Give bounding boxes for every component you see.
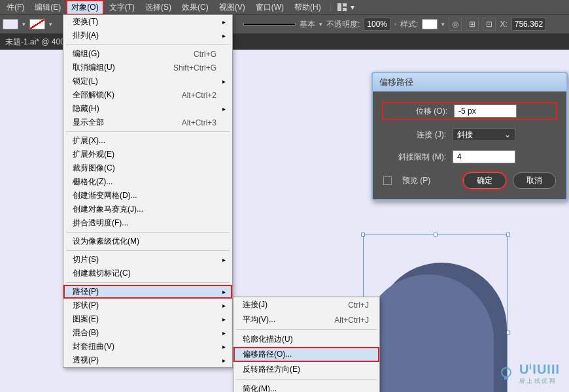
handle[interactable] [361, 233, 365, 237]
menu-crop-image[interactable]: 裁剪图像(C) [63, 161, 232, 175]
join-field-group: 连接 (J): 斜接⌄ [383, 128, 556, 141]
menu-show-all[interactable]: 显示全部Alt+Ctrl+3 [63, 116, 232, 129]
style-label: 样式: [400, 19, 418, 30]
menu-mosaic[interactable]: 创建对象马赛克(J)... [63, 203, 232, 216]
menu-shape[interactable]: 形状(P)▸ [63, 299, 232, 312]
separator [66, 232, 230, 233]
dialog-buttons: 预览 (P) 确定 取消 [383, 172, 556, 189]
menu-crop-marks[interactable]: 创建裁切标记(C) [63, 267, 232, 280]
menu-transform[interactable]: 变换(T)▸ [63, 15, 232, 29]
join-select[interactable]: 斜接⌄ [453, 128, 515, 141]
preview-checkbox[interactable] [383, 176, 392, 185]
menu-blend[interactable]: 混合(B)▸ [63, 326, 232, 340]
menu-group[interactable]: 编组(G)Ctrl+G [63, 47, 232, 61]
menu-expand[interactable]: 扩展(X)... [63, 134, 232, 148]
menu-perspective[interactable]: 透视(P)▸ [63, 353, 232, 367]
menu-type[interactable]: 文字(T) [104, 0, 140, 15]
menu-window[interactable]: 窗口(W) [250, 0, 289, 15]
x-value[interactable]: 756.362 [511, 18, 546, 31]
tab-title: 未题-1.ai* @ 400 [5, 37, 65, 48]
style-swatch[interactable] [422, 19, 438, 29]
menu-file[interactable]: 件(F) [1, 0, 29, 15]
dialog-title[interactable]: 偏移路径 [373, 73, 566, 91]
menu-object[interactable]: 对象(O) [66, 0, 103, 15]
menu-help[interactable]: 帮助(H) [289, 0, 326, 15]
submenu-average[interactable]: 平均(V)...Alt+Ctrl+J [233, 312, 379, 327]
globe-icon[interactable]: ◎ [449, 18, 462, 31]
svg-rect-0 [337, 3, 341, 11]
ok-button[interactable]: 确定 [463, 172, 506, 189]
menu-expand-appearance[interactable]: 扩展外观(E) [63, 148, 232, 161]
stroke-swatch[interactable] [29, 19, 45, 29]
submenu-join[interactable]: 连接(J)Ctrl+J [233, 297, 379, 312]
chevron-down-icon[interactable]: ▾ [22, 21, 26, 27]
chevron-right-icon: ▸ [222, 343, 226, 350]
opacity-label: 不透明度: [326, 19, 360, 30]
chevron-right-icon: ▸ [222, 18, 226, 25]
chevron-down-icon[interactable]: ▾ [319, 21, 322, 27]
handle[interactable] [434, 233, 438, 237]
separator [330, 3, 331, 12]
menu-arrange[interactable]: 排列(A)▸ [63, 29, 232, 42]
transform-icon[interactable]: ⊡ [483, 18, 496, 31]
offset-input[interactable]: -5 px [454, 105, 517, 118]
svg-rect-2 [343, 8, 347, 11]
chevron-down-icon[interactable]: ▾ [49, 21, 52, 27]
svg-rect-4 [504, 377, 508, 380]
menu-hide[interactable]: 隐藏(H)▸ [63, 102, 232, 116]
watermark: UⁱIUIII 桥 上 线 优 网 [498, 361, 560, 385]
menu-pattern[interactable]: 图案(E)▸ [63, 312, 232, 326]
menu-envelope[interactable]: 封套扭曲(V)▸ [63, 340, 232, 353]
menu-pixel-optimize[interactable]: 设为像素级优化(M) [63, 235, 232, 248]
limit-field-group: 斜接限制 (M): 4 [383, 150, 556, 163]
separator [66, 131, 230, 132]
menubar: 件(F) 编辑(E) 对象(O) 文字(T) 选择(S) 效果(C) 视图(V)… [0, 0, 569, 14]
menu-effect[interactable]: 效果(C) [177, 0, 214, 15]
submenu-offset-path[interactable]: 偏移路径(O)... [233, 347, 379, 362]
offset-label: 位移 (O): [385, 106, 447, 117]
chevron-right-icon: ▸ [222, 357, 226, 364]
chevron-right-icon: ▸ [222, 105, 226, 112]
offset-field-group: 位移 (O): -5 px [383, 103, 556, 119]
submenu-outline-stroke[interactable]: 轮廓化描边(U) [233, 332, 379, 347]
menu-gradient-mesh[interactable]: 创建渐变网格(D)... [63, 189, 232, 203]
offset-path-dialog: 偏移路径 位移 (O): -5 px 连接 (J): 斜接⌄ 斜接限制 (M):… [371, 72, 568, 201]
menu-rasterize[interactable]: 栅格化(Z)... [63, 175, 232, 189]
chevron-right-icon: ▸ [222, 32, 226, 39]
menu-lock[interactable]: 锁定(L)▸ [63, 74, 232, 88]
stroke-preview[interactable] [243, 23, 296, 25]
watermark-sub: 桥 上 线 优 网 [519, 377, 560, 385]
chevron-down-icon[interactable]: ▾ [441, 21, 445, 27]
menu-path[interactable]: 路径(P)▸ [63, 285, 232, 299]
separator [236, 329, 377, 330]
chevron-right-icon: ▸ [222, 329, 226, 336]
menu-ungroup[interactable]: 取消编组(U)Shift+Ctrl+G [63, 61, 232, 74]
separator [66, 44, 230, 45]
chevron-right-icon: ▸ [222, 256, 226, 263]
opacity-input[interactable]: 100% [364, 18, 390, 31]
chevron-right-icon: ▸ [222, 288, 226, 295]
submenu-simplify[interactable]: 简化(M)... [233, 382, 379, 392]
chevron-right-icon: ▸ [222, 316, 226, 323]
menu-slice[interactable]: 切片(S)▸ [63, 253, 232, 267]
chevron-down-icon[interactable]: ▾ [351, 3, 354, 12]
chevron-down-icon: ⌄ [504, 130, 511, 139]
chevron-right-icon: ▸ [222, 302, 226, 309]
fill-swatch[interactable] [3, 19, 18, 29]
chevron-right-icon[interactable]: › [394, 21, 396, 27]
svg-point-3 [502, 368, 511, 377]
layout-icon[interactable] [336, 1, 349, 13]
handle[interactable] [506, 233, 510, 237]
menu-select[interactable]: 选择(S) [140, 0, 177, 15]
limit-input[interactable]: 4 [453, 150, 515, 163]
basic-label: 基本 [300, 19, 315, 30]
lightbulb-icon [498, 366, 514, 382]
menu-edit[interactable]: 编辑(E) [29, 0, 66, 15]
menu-unlock-all[interactable]: 全部解锁(K)Alt+Ctrl+2 [63, 88, 232, 102]
selected-shape[interactable] [363, 263, 520, 392]
submenu-reverse-path[interactable]: 反转路径方向(E) [233, 362, 379, 377]
menu-view[interactable]: 视图(V) [214, 0, 250, 15]
menu-flatten-transparency[interactable]: 拼合透明度(F)... [63, 216, 232, 230]
cancel-button[interactable]: 取消 [513, 172, 556, 189]
align-icon[interactable]: ⊞ [466, 18, 479, 31]
